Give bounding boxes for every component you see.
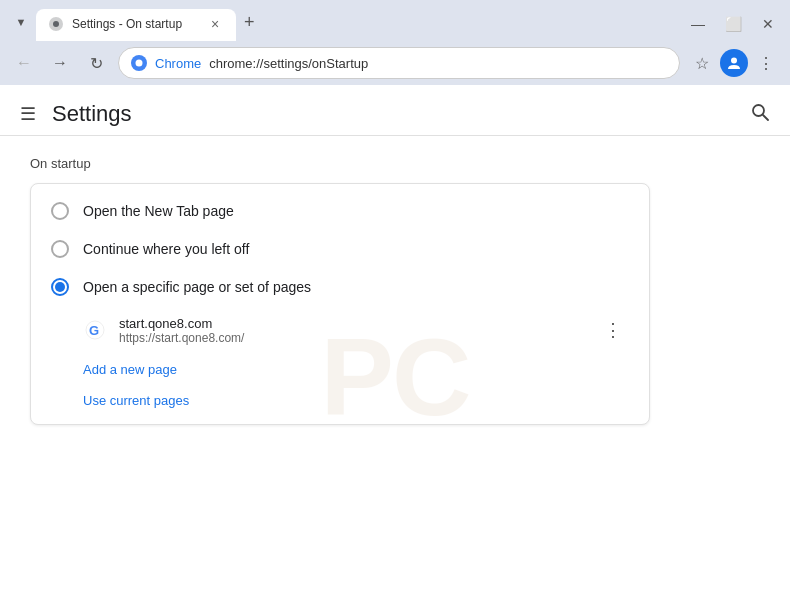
- maximize-btn[interactable]: ⬜: [723, 15, 744, 33]
- radio-option-continue[interactable]: Continue where you left off: [31, 230, 649, 268]
- settings-page-title: Settings: [52, 101, 132, 127]
- startup-page-entry: G start.qone8.com https://start.qone8.co…: [31, 306, 649, 354]
- settings-header: ☰ Settings: [0, 85, 790, 136]
- radio-specific[interactable]: [51, 278, 69, 296]
- tab-dropdown-btn[interactable]: ▼: [10, 11, 32, 33]
- page-content: ☰ Settings PC On startup Open the New T: [0, 85, 790, 616]
- page-menu-btn[interactable]: ⋮: [597, 314, 629, 346]
- radio-continue[interactable]: [51, 240, 69, 258]
- radio-specific-label: Open a specific page or set of pages: [83, 279, 311, 295]
- profile-btn[interactable]: [720, 49, 748, 77]
- svg-point-1: [53, 21, 59, 27]
- forward-btn[interactable]: →: [46, 49, 74, 77]
- active-tab[interactable]: Settings - On startup ×: [36, 9, 236, 41]
- settings-body: PC On startup Open the New Tab page Cont…: [0, 136, 790, 616]
- toolbar: ← → ↻ Chrome chrome://settings/onStartup…: [0, 41, 790, 85]
- browser-window: ▼ Settings - On startup × + — ⬜ ✕ ← →: [0, 0, 790, 616]
- tab-favicon: [48, 16, 64, 32]
- radio-continue-label: Continue where you left off: [83, 241, 249, 257]
- reload-btn[interactable]: ↻: [82, 49, 110, 77]
- search-icon: [750, 102, 770, 122]
- radio-new-tab-label: Open the New Tab page: [83, 203, 234, 219]
- address-bar[interactable]: Chrome chrome://settings/onStartup: [118, 47, 680, 79]
- page-favicon: G: [83, 318, 107, 342]
- page-info: start.qone8.com https://start.qone8.com/: [119, 316, 585, 345]
- hamburger-menu-btn[interactable]: ☰: [20, 103, 36, 125]
- add-new-page-btn[interactable]: Add a new page: [31, 354, 649, 385]
- page-name: start.qone8.com: [119, 316, 585, 331]
- new-tab-btn[interactable]: +: [236, 8, 263, 41]
- page-url: https://start.qone8.com/: [119, 331, 585, 345]
- chrome-logo-icon: [131, 55, 147, 71]
- svg-point-4: [731, 58, 737, 64]
- window-controls: — ⬜ ✕: [689, 15, 780, 41]
- chrome-brand: Chrome: [155, 56, 201, 71]
- title-bar: ▼ Settings - On startup × + — ⬜ ✕: [0, 0, 790, 41]
- profile-icon: [726, 55, 742, 71]
- tab-title: Settings - On startup: [72, 17, 198, 31]
- svg-point-5: [753, 105, 764, 116]
- on-startup-label: On startup: [30, 156, 760, 171]
- radio-new-tab[interactable]: [51, 202, 69, 220]
- settings-title-area: ☰ Settings: [20, 101, 132, 127]
- svg-text:G: G: [89, 323, 99, 338]
- settings-favicon: [48, 16, 64, 32]
- url-display: chrome://settings/onStartup: [209, 56, 667, 71]
- menu-btn[interactable]: ⋮: [752, 49, 780, 77]
- tab-area: ▼ Settings - On startup × +: [10, 8, 689, 41]
- radio-option-specific[interactable]: Open a specific page or set of pages: [31, 268, 649, 306]
- minimize-btn[interactable]: —: [689, 15, 707, 33]
- google-favicon-icon: G: [85, 320, 105, 340]
- use-current-pages-btn[interactable]: Use current pages: [31, 385, 649, 416]
- settings-search-btn[interactable]: [750, 102, 770, 127]
- svg-point-3: [136, 60, 143, 67]
- radio-option-new-tab[interactable]: Open the New Tab page: [31, 192, 649, 230]
- bookmark-btn[interactable]: ☆: [688, 49, 716, 77]
- tab-close-btn[interactable]: ×: [206, 15, 224, 33]
- toolbar-actions: ☆ ⋮: [688, 49, 780, 77]
- svg-line-6: [763, 115, 768, 120]
- startup-card: Open the New Tab page Continue where you…: [30, 183, 650, 425]
- back-btn[interactable]: ←: [10, 49, 38, 77]
- close-btn[interactable]: ✕: [760, 15, 776, 33]
